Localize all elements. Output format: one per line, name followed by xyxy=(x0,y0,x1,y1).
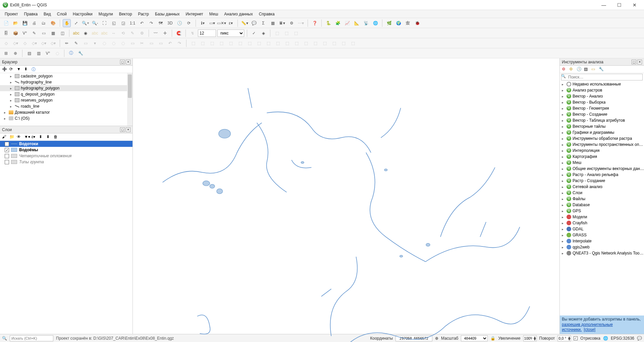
plugin-e-icon[interactable]: V° xyxy=(44,49,52,57)
rotation-spin[interactable]: ▲▼ xyxy=(557,335,571,341)
processing-group[interactable]: ▸Меш xyxy=(560,160,644,166)
crs-label[interactable]: EPSG:32636 xyxy=(611,336,634,341)
layers-remove-icon[interactable]: 🗑 xyxy=(54,134,59,140)
processing-group[interactable]: ▸Interpolate xyxy=(560,238,644,244)
gps-icon[interactable]: 📡 xyxy=(362,19,370,27)
new-virtual-icon[interactable]: ▭ xyxy=(40,29,48,37)
minimize-button[interactable]: — xyxy=(599,2,608,8)
browser-filter-icon[interactable]: ▼ xyxy=(17,67,22,72)
browser-item[interactable]: ▸Домашний каталог xyxy=(0,109,132,115)
georef-icon[interactable]: 📐 xyxy=(353,19,361,27)
pin-label-icon[interactable]: abc xyxy=(91,29,99,37)
zoom-layer-icon[interactable]: ◲ xyxy=(119,19,127,27)
data-source-manager-icon[interactable]: 🗄 xyxy=(2,29,10,37)
layers-filter-icon[interactable]: ▼▾ xyxy=(24,134,30,140)
layer-checkbox[interactable] xyxy=(5,160,9,164)
map-canvas[interactable] xyxy=(133,58,559,334)
maximize-button[interactable]: ☐ xyxy=(614,2,624,8)
unit-select[interactable]: пикс xyxy=(217,30,244,37)
layers-close-button[interactable]: ✕ xyxy=(126,127,130,132)
new-map-view-icon[interactable]: 🗺 xyxy=(157,19,165,27)
new-spatialite-icon[interactable]: ✎ xyxy=(30,29,38,37)
layers-style-icon[interactable]: 🖌 xyxy=(2,134,7,140)
osm-icon[interactable]: 🌍 xyxy=(394,19,402,27)
grass-icon[interactable]: 🌿 xyxy=(385,19,393,27)
layer-checkbox[interactable]: ✓ xyxy=(5,148,9,152)
new-print-layout-icon[interactable]: 🖨 xyxy=(30,19,38,27)
hide-label-icon[interactable]: abc xyxy=(100,29,108,37)
layer-row[interactable]: Четвертичные отложения xyxy=(0,153,132,159)
info-icon[interactable]: ⓘ xyxy=(67,49,75,57)
locator-search-input[interactable] xyxy=(10,335,53,341)
processing-group[interactable]: ▸Database xyxy=(560,202,644,208)
menu-проект[interactable]: Проект xyxy=(2,11,21,17)
menu-правка[interactable]: Правка xyxy=(21,11,41,17)
layer-checkbox[interactable]: ✓ xyxy=(5,142,9,146)
zoom-native-icon[interactable]: 1:1 xyxy=(128,19,137,27)
layers-expression-icon[interactable]: ε▾ xyxy=(32,134,37,140)
temporal-icon[interactable]: 🕓 xyxy=(175,19,183,27)
layers-collapse-icon[interactable]: ⬍ xyxy=(46,134,52,140)
layers-expand-icon[interactable]: ⬍ xyxy=(39,134,44,140)
wrench-icon[interactable]: 🔧 xyxy=(76,49,85,57)
layer-row[interactable]: ✓Водотоки xyxy=(0,141,132,147)
move-label-icon[interactable]: ↔ xyxy=(110,29,118,37)
menu-справка[interactable]: Справка xyxy=(256,11,277,17)
processing-group[interactable]: ▸Растр - Анализ рельефа xyxy=(560,172,644,178)
toggle-editing-icon[interactable]: ✏ xyxy=(63,39,71,47)
browser-item[interactable]: ▸cadastre_polygon xyxy=(0,73,132,79)
menu-меш[interactable]: Меш xyxy=(207,11,221,17)
processing-group[interactable]: ▸GRASS xyxy=(560,232,644,238)
plugin-a-icon[interactable]: ⊞ xyxy=(2,49,10,57)
plugin-d-icon[interactable]: ▥ xyxy=(35,49,43,57)
close-button[interactable]: ✕ xyxy=(630,2,639,8)
menu-интернет[interactable]: Интернет xyxy=(183,11,206,17)
browser-add-icon[interactable]: ➕ xyxy=(2,67,7,72)
plugin-c-icon[interactable]: ▤ xyxy=(25,49,33,57)
web-icon[interactable]: 🕸 xyxy=(404,19,412,27)
processing-group[interactable]: ▸Слои xyxy=(560,190,644,196)
processing-tree[interactable]: ▸Недавно использованные▸Анализ растров▸В… xyxy=(560,81,644,316)
layer-checkbox[interactable] xyxy=(5,154,9,158)
processing-float-button[interactable]: ◻ xyxy=(632,60,636,64)
diagram-icon[interactable]: ◉ xyxy=(82,29,90,37)
new-project-icon[interactable]: 📄 xyxy=(2,19,10,27)
menu-анализ данных[interactable]: Анализ данных xyxy=(221,11,255,17)
browser-item[interactable]: ▸q_deposit_polygon xyxy=(0,91,132,97)
processing-group[interactable]: ▸GDAL xyxy=(560,226,644,232)
proc-model-icon[interactable]: ⚙ xyxy=(562,67,567,72)
zoom-full-icon[interactable]: ⛶ xyxy=(100,19,108,27)
processing-group[interactable]: ▸Модели xyxy=(560,214,644,220)
bug-icon[interactable]: 🐞 xyxy=(413,19,421,27)
processing-group[interactable]: ▸Вектор - Таблица атрибутов xyxy=(560,117,644,123)
layers-add-group-icon[interactable]: 📁 xyxy=(9,134,15,140)
messages-icon[interactable]: 💬 xyxy=(637,336,642,341)
browser-props-icon[interactable]: ⓘ xyxy=(32,67,37,72)
proc-history-icon[interactable]: 🕓 xyxy=(577,67,582,72)
label-props-icon[interactable]: ⚙ xyxy=(138,29,146,37)
measure-icon[interactable]: 📏▾ xyxy=(240,19,249,27)
browser-item[interactable]: ▸reserves_polygon xyxy=(0,97,132,103)
processing-group[interactable]: ▸Вектор - Анализ xyxy=(560,93,644,99)
browser-collapse-icon[interactable]: ⬍ xyxy=(24,67,30,72)
refresh-icon[interactable]: ⟳ xyxy=(185,19,193,27)
processing-close-button[interactable]: ✕ xyxy=(637,60,642,64)
browser-item[interactable]: ▸hydrography_polygon xyxy=(0,85,132,91)
proc-results-icon[interactable]: ▤ xyxy=(584,67,589,72)
processing-group[interactable]: ▸Инструменты обработки растра xyxy=(560,135,644,141)
browser-close-button[interactable]: ✕ xyxy=(126,60,130,64)
layer-row[interactable]: Типы грунта xyxy=(0,159,132,165)
new-3d-view-icon[interactable]: 3D xyxy=(166,19,174,27)
browser-float-button[interactable]: ◻ xyxy=(120,60,125,64)
plugin-icon[interactable]: 🧩 xyxy=(334,19,342,27)
node-tool-icon[interactable]: ✛ xyxy=(161,29,169,37)
history-icon[interactable]: ⋯▾ xyxy=(297,19,305,27)
layers-visibility-icon[interactable]: 👁 xyxy=(17,134,22,140)
fontsize-input[interactable] xyxy=(198,30,216,37)
new-geopackage-icon[interactable]: 📦 xyxy=(11,29,19,37)
zoom-next-icon[interactable]: ↷ xyxy=(147,19,155,27)
browser-item[interactable]: ▸roads_line xyxy=(0,103,132,109)
layers-float-button[interactable]: ◻ xyxy=(120,127,125,132)
reshape-icon[interactable]: 〰 xyxy=(152,29,160,37)
menu-базы данных[interactable]: Базы данных xyxy=(152,11,182,17)
